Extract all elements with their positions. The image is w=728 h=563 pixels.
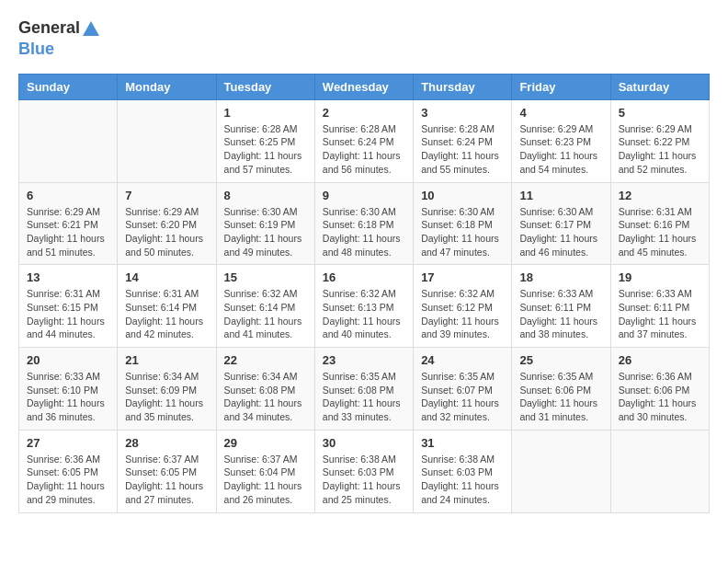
day-number: 5 (619, 106, 701, 120)
calendar-cell: 7Sunrise: 6:29 AM Sunset: 6:20 PM Daylig… (118, 182, 216, 265)
day-info: Sunrise: 6:31 AM Sunset: 6:14 PM Dayligh… (125, 287, 208, 341)
week-row-5: 27Sunrise: 6:36 AM Sunset: 6:05 PM Dayli… (19, 430, 710, 512)
day-info: Sunrise: 6:28 AM Sunset: 6:24 PM Dayligh… (421, 122, 504, 177)
day-info: Sunrise: 6:32 AM Sunset: 6:13 PM Dayligh… (323, 287, 405, 341)
calendar-cell: 14Sunrise: 6:31 AM Sunset: 6:14 PM Dayli… (118, 265, 216, 348)
day-number: 20 (27, 353, 109, 367)
day-number: 25 (519, 353, 602, 367)
day-info: Sunrise: 6:34 AM Sunset: 6:08 PM Dayligh… (224, 370, 307, 424)
page-header: General Blue (18, 18, 710, 59)
day-info: Sunrise: 6:38 AM Sunset: 6:03 PM Dayligh… (323, 453, 405, 507)
day-number: 2 (323, 106, 405, 120)
calendar-cell: 4Sunrise: 6:29 AM Sunset: 6:23 PM Daylig… (512, 99, 610, 182)
calendar-cell: 30Sunrise: 6:38 AM Sunset: 6:03 PM Dayli… (314, 430, 413, 512)
day-info: Sunrise: 6:30 AM Sunset: 6:19 PM Dayligh… (224, 205, 307, 259)
day-number: 23 (323, 353, 405, 367)
day-info: Sunrise: 6:35 AM Sunset: 6:06 PM Dayligh… (519, 370, 602, 424)
weekday-header-monday: Monday (118, 74, 216, 99)
calendar-cell: 10Sunrise: 6:30 AM Sunset: 6:18 PM Dayli… (414, 182, 512, 265)
calendar-cell: 31Sunrise: 6:38 AM Sunset: 6:03 PM Dayli… (414, 430, 512, 512)
day-info: Sunrise: 6:38 AM Sunset: 6:03 PM Dayligh… (421, 453, 504, 507)
day-info: Sunrise: 6:35 AM Sunset: 6:07 PM Dayligh… (421, 370, 504, 424)
calendar-cell: 1Sunrise: 6:28 AM Sunset: 6:25 PM Daylig… (216, 99, 314, 182)
day-number: 10 (421, 189, 504, 202)
calendar-cell: 8Sunrise: 6:30 AM Sunset: 6:19 PM Daylig… (216, 182, 314, 265)
day-info: Sunrise: 6:34 AM Sunset: 6:09 PM Dayligh… (125, 370, 208, 424)
day-number: 15 (224, 270, 307, 284)
day-number: 21 (125, 353, 208, 367)
calendar-cell: 21Sunrise: 6:34 AM Sunset: 6:09 PM Dayli… (118, 348, 216, 431)
day-info: Sunrise: 6:30 AM Sunset: 6:17 PM Dayligh… (519, 205, 602, 259)
calendar-cell: 11Sunrise: 6:30 AM Sunset: 6:17 PM Dayli… (512, 182, 610, 265)
day-number: 19 (619, 270, 701, 284)
calendar-cell: 23Sunrise: 6:35 AM Sunset: 6:08 PM Dayli… (314, 348, 413, 431)
calendar-cell: 25Sunrise: 6:35 AM Sunset: 6:06 PM Dayli… (512, 348, 610, 431)
day-info: Sunrise: 6:28 AM Sunset: 6:24 PM Dayligh… (323, 122, 405, 177)
calendar-cell (19, 99, 118, 182)
day-info: Sunrise: 6:33 AM Sunset: 6:11 PM Dayligh… (519, 287, 602, 341)
day-info: Sunrise: 6:30 AM Sunset: 6:18 PM Dayligh… (323, 205, 405, 259)
logo-text: General Blue (18, 18, 102, 59)
calendar-cell: 29Sunrise: 6:37 AM Sunset: 6:04 PM Dayli… (216, 430, 314, 512)
week-row-3: 13Sunrise: 6:31 AM Sunset: 6:15 PM Dayli… (19, 265, 710, 348)
calendar-cell: 12Sunrise: 6:31 AM Sunset: 6:16 PM Dayli… (610, 182, 709, 265)
day-info: Sunrise: 6:37 AM Sunset: 6:05 PM Dayligh… (125, 453, 208, 507)
week-row-2: 6Sunrise: 6:29 AM Sunset: 6:21 PM Daylig… (19, 182, 710, 265)
calendar-cell: 2Sunrise: 6:28 AM Sunset: 6:24 PM Daylig… (314, 99, 413, 182)
day-info: Sunrise: 6:32 AM Sunset: 6:12 PM Dayligh… (421, 287, 504, 341)
calendar-cell: 5Sunrise: 6:29 AM Sunset: 6:22 PM Daylig… (610, 99, 709, 182)
weekday-header-saturday: Saturday (610, 74, 709, 99)
calendar-cell: 27Sunrise: 6:36 AM Sunset: 6:05 PM Dayli… (19, 430, 118, 512)
day-number: 16 (323, 270, 405, 284)
weekday-header-wednesday: Wednesday (314, 74, 413, 99)
week-row-4: 20Sunrise: 6:33 AM Sunset: 6:10 PM Dayli… (19, 348, 710, 431)
day-number: 9 (323, 189, 405, 202)
day-info: Sunrise: 6:30 AM Sunset: 6:18 PM Dayligh… (421, 205, 504, 259)
day-number: 30 (323, 436, 405, 450)
day-info: Sunrise: 6:32 AM Sunset: 6:14 PM Dayligh… (224, 287, 307, 341)
day-info: Sunrise: 6:33 AM Sunset: 6:10 PM Dayligh… (27, 370, 109, 424)
weekday-header-sunday: Sunday (19, 74, 118, 99)
weekday-header-friday: Friday (512, 74, 610, 99)
logo-blue: Blue (18, 40, 54, 58)
day-info: Sunrise: 6:29 AM Sunset: 6:22 PM Dayligh… (619, 122, 701, 177)
day-number: 17 (421, 270, 504, 284)
calendar-table: SundayMondayTuesdayWednesdayThursdayFrid… (18, 74, 710, 513)
day-number: 3 (421, 106, 504, 120)
day-number: 7 (125, 189, 208, 202)
day-number: 11 (519, 189, 602, 202)
calendar-cell: 13Sunrise: 6:31 AM Sunset: 6:15 PM Dayli… (19, 265, 118, 348)
logo-icon (81, 19, 101, 40)
calendar-cell (512, 430, 610, 512)
calendar-cell: 22Sunrise: 6:34 AM Sunset: 6:08 PM Dayli… (216, 348, 314, 431)
day-number: 14 (125, 270, 208, 284)
day-number: 31 (421, 436, 504, 450)
day-number: 28 (125, 436, 208, 450)
day-info: Sunrise: 6:37 AM Sunset: 6:04 PM Dayligh… (224, 453, 307, 507)
day-info: Sunrise: 6:33 AM Sunset: 6:11 PM Dayligh… (619, 287, 701, 341)
calendar-cell: 9Sunrise: 6:30 AM Sunset: 6:18 PM Daylig… (314, 182, 413, 265)
weekday-header-row: SundayMondayTuesdayWednesdayThursdayFrid… (19, 74, 710, 99)
day-number: 24 (421, 353, 504, 367)
calendar-cell: 6Sunrise: 6:29 AM Sunset: 6:21 PM Daylig… (19, 182, 118, 265)
calendar-cell: 19Sunrise: 6:33 AM Sunset: 6:11 PM Dayli… (610, 265, 709, 348)
day-info: Sunrise: 6:28 AM Sunset: 6:25 PM Dayligh… (224, 122, 307, 177)
day-number: 18 (519, 270, 602, 284)
calendar-cell: 28Sunrise: 6:37 AM Sunset: 6:05 PM Dayli… (118, 430, 216, 512)
day-info: Sunrise: 6:36 AM Sunset: 6:06 PM Dayligh… (619, 370, 701, 424)
logo: General Blue (18, 18, 102, 59)
day-info: Sunrise: 6:29 AM Sunset: 6:20 PM Dayligh… (125, 205, 208, 259)
day-number: 12 (619, 189, 701, 202)
calendar-cell: 20Sunrise: 6:33 AM Sunset: 6:10 PM Dayli… (19, 348, 118, 431)
day-number: 6 (27, 189, 109, 202)
calendar-cell (118, 99, 216, 182)
calendar-cell: 24Sunrise: 6:35 AM Sunset: 6:07 PM Dayli… (414, 348, 512, 431)
calendar-cell (610, 430, 709, 512)
calendar-cell: 18Sunrise: 6:33 AM Sunset: 6:11 PM Dayli… (512, 265, 610, 348)
logo-general: General (18, 18, 80, 37)
day-number: 4 (519, 106, 602, 120)
day-number: 8 (224, 189, 307, 202)
day-number: 26 (619, 353, 701, 367)
day-info: Sunrise: 6:31 AM Sunset: 6:15 PM Dayligh… (27, 287, 109, 341)
week-row-1: 1Sunrise: 6:28 AM Sunset: 6:25 PM Daylig… (19, 99, 710, 182)
